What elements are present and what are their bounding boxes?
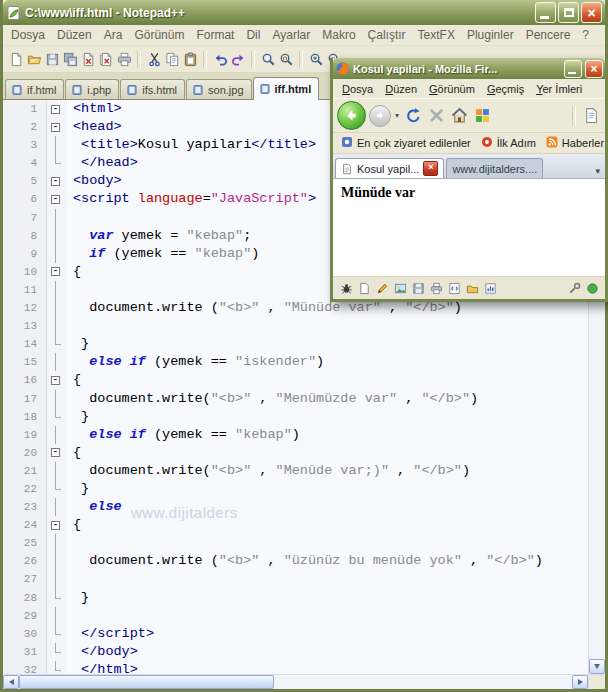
- folder-icon[interactable]: [464, 280, 480, 296]
- npp-tab-son-jpg[interactable]: son.jpg: [186, 79, 251, 99]
- cut-icon[interactable]: [145, 50, 163, 68]
- npp-menu-item-2[interactable]: Ara: [98, 26, 129, 44]
- code-line[interactable]: else: [67, 498, 605, 516]
- code-line[interactable]: }: [67, 589, 605, 607]
- new-page-icon[interactable]: [581, 106, 601, 126]
- scroll-down-button[interactable]: [589, 659, 605, 674]
- fold-collapse-icon[interactable]: -: [51, 267, 60, 276]
- paste-icon[interactable]: [181, 50, 199, 68]
- scroll-left-button[interactable]: [3, 675, 19, 689]
- horizontal-scroll-thumb[interactable]: [19, 675, 274, 689]
- edit-icon[interactable]: [374, 280, 390, 296]
- minimize-button[interactable]: [535, 2, 556, 23]
- ff-menu-item-4[interactable]: Yer İmleri: [530, 83, 588, 95]
- tab-close-button[interactable]: ×: [423, 161, 438, 176]
- code-line[interactable]: }: [67, 480, 605, 498]
- npp-menu-item-6[interactable]: Ayarlar: [266, 26, 316, 44]
- code-line[interactable]: {: [67, 444, 605, 462]
- npp-menu-item-5[interactable]: Dil: [240, 26, 266, 44]
- fold-marker[interactable]: -: [47, 100, 67, 118]
- fold-marker[interactable]: -: [47, 263, 67, 281]
- scroll-right-button[interactable]: [572, 675, 588, 689]
- ff-menu-item-3[interactable]: Geçmiş: [481, 83, 530, 95]
- home-icon[interactable]: [449, 106, 469, 126]
- list-all-tabs-icon[interactable]: ▾: [592, 166, 603, 178]
- bookmark-getting-started[interactable]: İlk Adım: [477, 136, 540, 150]
- npp-tab-i-php[interactable]: i.php: [65, 79, 119, 99]
- fold-marker[interactable]: -: [47, 444, 67, 462]
- npp-menu-item-12[interactable]: ?: [576, 26, 595, 44]
- code-line[interactable]: {: [67, 516, 605, 534]
- code-line[interactable]: [67, 534, 605, 552]
- npp-tab-ifs-html[interactable]: ifs.html: [120, 79, 185, 99]
- fold-marker[interactable]: -: [47, 371, 67, 389]
- npp-titlebar[interactable]: C:\www\iff.html - Notepad++ ×: [3, 0, 605, 25]
- image-icon[interactable]: [392, 280, 408, 296]
- close-all-icon[interactable]: [97, 50, 115, 68]
- quick-launch-grid-icon[interactable]: [472, 106, 492, 126]
- npp-menu-item-3[interactable]: Görünüm: [128, 26, 190, 44]
- code-line[interactable]: [67, 317, 605, 335]
- code-line[interactable]: }: [67, 408, 605, 426]
- npp-menu-item-9[interactable]: TextFX: [412, 26, 461, 44]
- zoom-in-icon[interactable]: [307, 50, 325, 68]
- bug-icon[interactable]: [338, 280, 354, 296]
- code-line[interactable]: {: [67, 371, 605, 389]
- bookmark-most-visited[interactable]: En çok ziyaret edilenler: [337, 136, 475, 150]
- status-ok-icon[interactable]: [584, 280, 600, 296]
- fold-collapse-icon[interactable]: -: [51, 105, 60, 114]
- code-line[interactable]: else if (yemek == "kebap"): [67, 426, 605, 444]
- code-line[interactable]: document.write ("<b>" , "üzünüz bu menüd…: [67, 552, 605, 570]
- document-icon[interactable]: [356, 280, 372, 296]
- back-button[interactable]: [337, 101, 366, 130]
- npp-menu-item-8[interactable]: Çalıştır: [362, 26, 412, 44]
- ff-tab-0[interactable]: Kosul yapil...×: [335, 158, 444, 178]
- ff-close-button[interactable]: ×: [585, 60, 603, 78]
- print-icon[interactable]: [428, 280, 444, 296]
- history-dropdown-icon[interactable]: ▾: [394, 111, 400, 120]
- new-file-icon[interactable]: [7, 50, 25, 68]
- reload-icon[interactable]: [403, 106, 423, 126]
- npp-tab-iff-html[interactable]: iff.html: [253, 77, 320, 100]
- save-all-icon[interactable]: [61, 50, 79, 68]
- fold-collapse-icon[interactable]: -: [51, 376, 60, 385]
- redo-icon[interactable]: [229, 50, 247, 68]
- code-icon[interactable]: [446, 280, 462, 296]
- npp-menu-item-7[interactable]: Makro: [316, 26, 361, 44]
- ff-menu-item-2[interactable]: Görünüm: [423, 83, 481, 95]
- undo-icon[interactable]: [211, 50, 229, 68]
- npp-menu-item-1[interactable]: Düzen: [51, 26, 98, 44]
- code-line[interactable]: </body>: [67, 643, 605, 661]
- ff-menu-item-0[interactable]: Dosya: [336, 83, 379, 95]
- save-icon[interactable]: [410, 280, 426, 296]
- fold-collapse-icon[interactable]: -: [51, 521, 60, 530]
- npp-menu-item-11[interactable]: Pencere: [520, 26, 577, 44]
- maximize-button[interactable]: [558, 2, 579, 23]
- horizontal-scrollbar[interactable]: [3, 674, 605, 689]
- fold-marker[interactable]: -: [47, 172, 67, 190]
- stop-icon[interactable]: [426, 106, 446, 126]
- save-icon[interactable]: [43, 50, 61, 68]
- ff-menu-item-1[interactable]: Düzen: [379, 83, 423, 95]
- npp-menu-item-0[interactable]: Dosya: [5, 26, 51, 44]
- print-icon[interactable]: [115, 50, 133, 68]
- code-line[interactable]: [67, 570, 605, 588]
- open-folder-icon[interactable]: [25, 50, 43, 68]
- fold-marker[interactable]: -: [47, 118, 67, 136]
- close-icon[interactable]: [79, 50, 97, 68]
- chart-icon[interactable]: [482, 280, 498, 296]
- ff-tab-1[interactable]: www.dijitalders....: [446, 158, 543, 178]
- find-icon[interactable]: [259, 50, 277, 68]
- code-line[interactable]: document.write("<b>" , "Menüde var;)" , …: [67, 462, 605, 480]
- horizontal-scroll-track[interactable]: [274, 675, 572, 689]
- code-line[interactable]: </script>: [67, 625, 605, 643]
- forward-button[interactable]: [369, 105, 391, 127]
- ff-minimize-button[interactable]: [564, 60, 582, 78]
- code-line[interactable]: }: [67, 335, 605, 353]
- code-line[interactable]: </html>: [67, 661, 605, 674]
- npp-menu-item-10[interactable]: Pluginler: [461, 26, 520, 44]
- close-button[interactable]: ×: [581, 2, 602, 23]
- code-line[interactable]: else if (yemek == "iskender"): [67, 353, 605, 371]
- npp-menu-item-4[interactable]: Format: [190, 26, 240, 44]
- fold-marker[interactable]: -: [47, 190, 67, 208]
